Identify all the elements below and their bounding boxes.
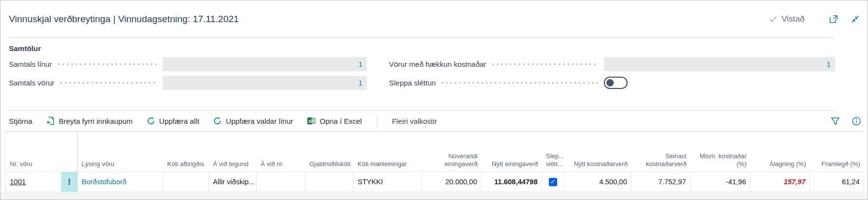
open-in-excel-button[interactable]: X Opna í Excel [307,116,362,125]
cell-applies-to-no[interactable] [257,172,305,192]
cell-text: STYKKI [358,178,383,186]
cell-text: 4.500,00 [599,178,627,186]
refresh-icon [213,116,222,125]
field-samtals-linur: Samtals línur 1 [9,57,367,71]
titlebar-actions: Vistað [768,14,861,25]
cell-item-no[interactable]: 1001 [6,172,61,192]
summary-section-heading[interactable]: Samtölur [9,44,868,53]
column-header-currency-code[interactable]: Gjaldmiðilskóti [305,132,354,171]
cell-profit-pct[interactable]: 61,24 [810,172,864,192]
toggle-knob [606,79,614,86]
open-in-new-window-icon[interactable] [828,14,839,25]
edit-previous-purchases-button[interactable]: Breyta fyrri innkaupum [46,116,133,125]
dotted-leader [60,82,157,84]
skip-rounding-checkbox[interactable]: ✓ [549,178,557,186]
filter-icon[interactable] [830,115,840,126]
summary-section: Samtölur Samtals línur 1 Samtals vörur 1… [0,38,868,110]
cell-uom-code[interactable]: STYKKI [354,172,422,192]
cell-text: -41,96 [726,178,746,186]
cell-applies-to-type[interactable]: Allir viðskip... [209,172,257,192]
column-header-current-unit-price[interactable]: Núverandi einingaverð [422,132,481,171]
update-all-button[interactable]: Uppfæra allt [147,116,200,125]
grid-body: 1001⋮BorðstofuborðAllir viðskip...STYKKI… [6,171,864,192]
toggle-container [604,77,835,89]
cell-text: Allir viðskip... [213,178,255,186]
column-header-description[interactable]: Lýsing vöru [78,132,163,171]
dotted-leader [442,82,598,84]
excel-icon: X [307,116,316,125]
column-header-cost-diff-pct[interactable]: Mism. kostnaðar (%) [690,132,750,171]
action-label: Uppfæra allt [159,117,200,125]
svg-text:X: X [308,119,311,124]
summary-column-left: Samtals línur 1 Samtals vörur 1 [9,57,367,94]
column-header-applies-to-type[interactable]: Á við tegund [209,132,257,171]
cell-text: 157,97 [784,178,806,186]
action-label: Uppfæra valdar línur [226,117,293,125]
titlebar: Vinnuskjal verðbreytinga | Vinnudagsetni… [0,0,868,37]
dotted-leader [492,63,598,65]
column-header-new-unit-price[interactable]: Nýtt einingaverð [481,132,542,171]
page-title: Vinnuskjal verðbreytinga | Vinnudagsetni… [9,14,239,25]
field-vorur-med-haekkun: Vörur með hækkun kostnaðar 1 [389,57,835,71]
field-value-samtals-linur[interactable]: 1 [163,57,367,71]
dotted-leader [58,63,157,65]
refresh-icon [147,116,155,125]
cell-new-unit-price[interactable]: 11.608,44798 [481,172,542,192]
cell-current-unit-price[interactable]: 20.000,00 [422,172,481,192]
cell-description[interactable]: Borðstofuborð [78,172,163,192]
grid-empty-area [0,192,868,200]
edit-document-icon [46,116,55,125]
save-status-label: Vistað [781,14,805,24]
summary-column-right: Vörur með hækkun kostnaðar 1 Sleppa slét… [389,57,835,94]
field-value-samtals-vorur[interactable]: 1 [163,76,367,90]
cell-row-menu[interactable]: ⋮ [61,172,78,192]
more-options-button[interactable]: Fleiri valkostir [392,117,437,125]
cell-markup-pct[interactable]: 157,97 [750,172,810,192]
cell-text: 61,24 [842,178,860,186]
column-header-last-cost[interactable]: Seinast kostnaðarverð [631,132,690,171]
info-icon[interactable] [851,115,862,126]
column-header-row-menu[interactable] [61,132,78,171]
cell-new-cost[interactable]: 4.500,00 [564,172,631,192]
field-sleppa-slettun: Sleppa sléttun [389,76,835,90]
column-header-markup-pct[interactable]: Álagning (%) [750,132,810,171]
collapse-icon[interactable] [850,14,861,25]
toolbar-separator [377,114,377,127]
column-header-new-cost[interactable]: Nýtt kostnaðarverð [564,132,631,171]
table-row: 1001⋮BorðstofuborðAllir viðskip...STYKKI… [6,171,864,192]
field-label-sleppa-slettun: Sleppa sléttun [389,79,436,87]
action-label: Breyta fyrri innkaupum [59,117,133,125]
save-status: Vistað [768,14,805,25]
grid-table: Nr. vöruLýsing vöruKóti afbrigðisÁ við t… [5,131,864,192]
cell-last-cost[interactable]: 7.752,97 [631,172,690,192]
column-header-applies-to-no[interactable]: Á við nr. [257,132,305,171]
field-value-vorur-med-haekkun[interactable]: 1 [604,57,835,71]
price-change-worksheet-page: Vinnuskjal verðbreytinga | Vinnudagsetni… [0,0,868,200]
manage-menu-button[interactable]: Stjórna [9,117,32,125]
cell-skip-rounding[interactable]: ✓ [542,172,564,192]
row-menu-icon[interactable]: ⋮ [66,177,73,186]
column-header-profit-pct[interactable]: Framlegð (%) [810,132,864,171]
action-label: Opna í Excel [320,117,362,125]
column-header-item-no[interactable]: Nr. vöru [6,132,61,171]
column-header-uom-code[interactable]: Kóti mælieiningar [354,132,422,171]
cell-text: 11.608,44798 [494,178,538,186]
cell-currency-code[interactable] [305,172,354,192]
worksheet-grid: Nr. vöruLýsing vöruKóti afbrigðisÁ við t… [0,131,868,200]
field-label-samtals-vorur: Samtals vörur [9,79,55,87]
cell-text: 20.000,00 [445,178,477,186]
column-header-variant-code[interactable]: Kóti afbrigðis [163,132,209,171]
skip-rounding-toggle[interactable] [604,77,628,89]
cell-cost-diff-pct[interactable]: -41,96 [690,172,750,192]
cell-variant-code[interactable] [163,172,209,192]
field-label-samtals-linur: Samtals línur [9,60,52,68]
field-samtals-vorur: Samtals vörur 1 [9,76,367,90]
grid-header: Nr. vöruLýsing vöruKóti afbrigðisÁ við t… [6,132,864,171]
cell-text: 1001 [10,178,26,186]
column-header-skip-rounding[interactable]: Slep... slétt... [542,132,564,171]
cell-text: 7.752,97 [658,178,686,186]
toolbar-right-icons [830,115,864,126]
summary-columns: Samtals línur 1 Samtals vörur 1 Vörur me… [9,57,868,94]
action-toolbar: Stjórna Breyta fyrri innkaupum Uppfæra a… [0,111,868,131]
update-selected-lines-button[interactable]: Uppfæra valdar línur [213,116,293,125]
